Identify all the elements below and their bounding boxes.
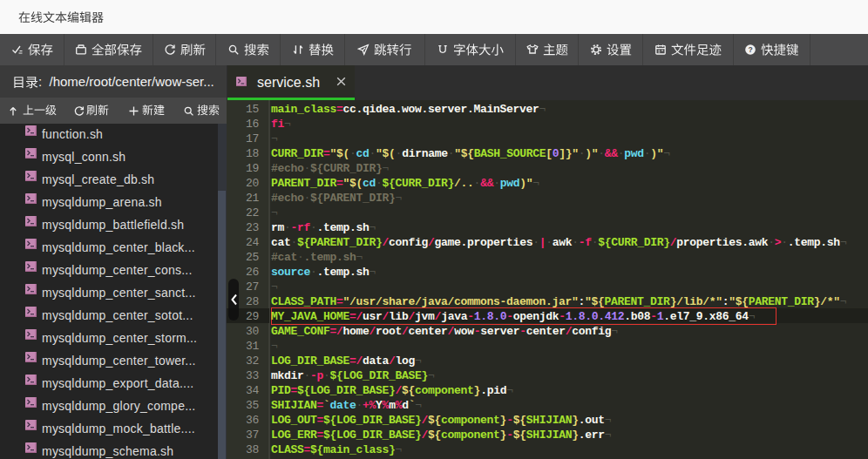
svg-text:?: ? — [749, 45, 753, 54]
